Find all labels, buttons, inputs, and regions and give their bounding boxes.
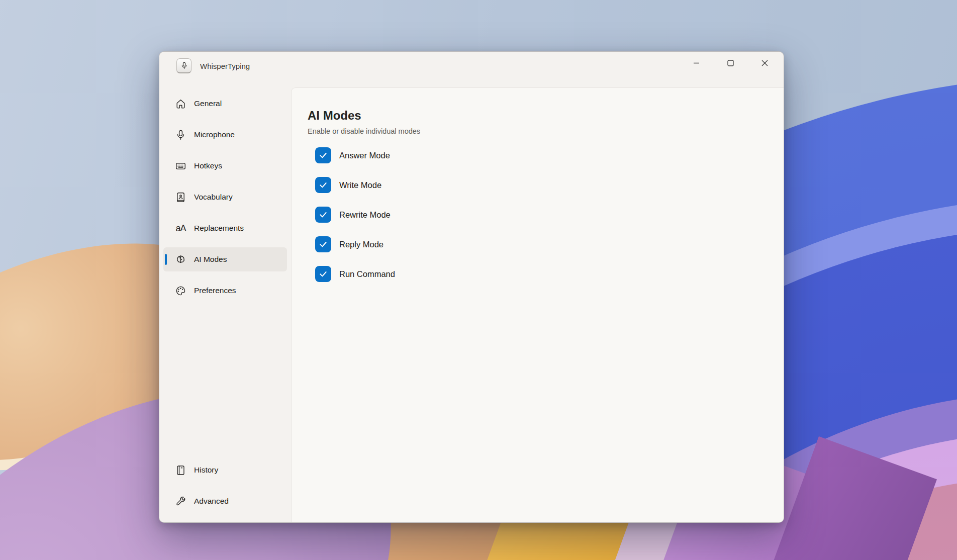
- sidebar-item-replacements[interactable]: aA Replacements: [163, 216, 287, 240]
- home-icon: [174, 98, 187, 110]
- sidebar-item-label: General: [194, 99, 222, 108]
- sidebar-item-label: History: [194, 465, 218, 475]
- sidebar-item-preferences[interactable]: Preferences: [163, 278, 287, 303]
- mode-label: Answer Mode: [339, 151, 390, 160]
- mode-row-run-command: Run Command: [315, 266, 784, 282]
- keyboard-icon: [174, 160, 187, 172]
- minimize-icon: [693, 60, 700, 66]
- sidebar-item-label: Hotkeys: [194, 161, 222, 170]
- sidebar-item-general[interactable]: General: [163, 91, 287, 116]
- titlebar[interactable]: WhisperTyping: [159, 52, 784, 80]
- microphone-icon: [180, 61, 188, 70]
- app-window: WhisperTyping General: [159, 51, 784, 523]
- app-icon: [176, 58, 192, 73]
- close-button[interactable]: [750, 53, 779, 73]
- sidebar-item-hotkeys[interactable]: Hotkeys: [163, 154, 287, 178]
- sidebar-item-label: Preferences: [194, 286, 236, 295]
- palette-icon: [174, 285, 187, 297]
- close-icon: [761, 60, 768, 66]
- mode-row-write: Write Mode: [315, 177, 784, 193]
- mode-label: Rewrite Mode: [339, 210, 391, 220]
- mode-row-answer: Answer Mode: [315, 147, 784, 163]
- checkmark-icon: [318, 269, 328, 279]
- sidebar-item-label: Advanced: [194, 497, 229, 506]
- answer-mode-checkbox[interactable]: [315, 147, 331, 163]
- contact-book-icon: [174, 191, 187, 204]
- text-case-icon: aA: [174, 222, 187, 235]
- history-book-icon: [174, 464, 187, 477]
- selected-accent-pill: [165, 254, 167, 265]
- mode-label: Write Mode: [339, 180, 381, 190]
- page-subtitle: Enable or disable individual modes: [308, 127, 784, 135]
- run-command-checkbox[interactable]: [315, 266, 331, 282]
- sidebar-item-label: Replacements: [194, 224, 244, 233]
- checkmark-icon: [318, 180, 328, 190]
- maximize-button[interactable]: [716, 53, 744, 73]
- window-title: WhisperTyping: [200, 62, 250, 70]
- checkmark-icon: [318, 239, 328, 249]
- sidebar-spacer: [163, 310, 287, 458]
- mode-row-rewrite: Rewrite Mode: [315, 207, 784, 223]
- mode-list: Answer Mode Write Mode Rewrite Mode: [315, 147, 784, 282]
- minimize-button[interactable]: [682, 53, 710, 73]
- sidebar-item-ai-modes[interactable]: AI Modes: [163, 247, 287, 271]
- rewrite-mode-checkbox[interactable]: [315, 207, 331, 223]
- caption-controls: [682, 53, 779, 73]
- page-title: AI Modes: [308, 109, 784, 123]
- wrench-icon: [174, 495, 187, 508]
- sidebar-item-microphone[interactable]: Microphone: [163, 123, 287, 147]
- mode-row-reply: Reply Mode: [315, 236, 784, 252]
- write-mode-checkbox[interactable]: [315, 177, 331, 193]
- sidebar-item-label: AI Modes: [194, 255, 227, 264]
- brain-icon: [174, 253, 187, 266]
- mode-label: Reply Mode: [339, 240, 384, 249]
- checkmark-icon: [318, 150, 328, 160]
- sidebar-nav: General Microphone Hotkeys Vocabulary: [159, 80, 291, 522]
- checkmark-icon: [318, 210, 328, 220]
- main-panel: AI Modes Enable or disable individual mo…: [291, 87, 784, 522]
- reply-mode-checkbox[interactable]: [315, 236, 331, 252]
- sidebar-item-label: Microphone: [194, 130, 235, 139]
- sidebar-item-vocabulary[interactable]: Vocabulary: [163, 185, 287, 209]
- sidebar-item-label: Vocabulary: [194, 193, 233, 202]
- mode-label: Run Command: [339, 269, 395, 279]
- maximize-icon: [727, 60, 734, 66]
- sidebar-item-history[interactable]: History: [163, 458, 287, 482]
- desktop-wallpaper: WhisperTyping General: [0, 0, 957, 560]
- microphone-icon: [174, 129, 187, 141]
- sidebar-item-advanced[interactable]: Advanced: [163, 489, 287, 513]
